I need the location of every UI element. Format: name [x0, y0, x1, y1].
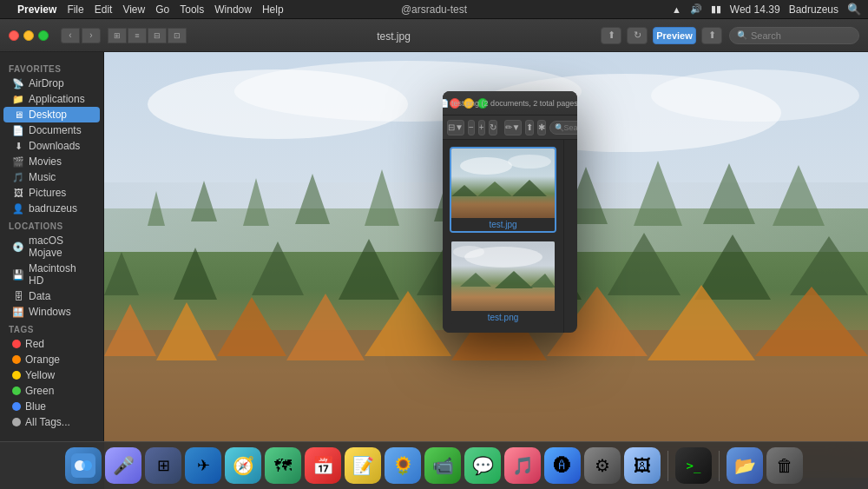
preview-button[interactable]: Preview	[653, 27, 696, 44]
sidebar-item-tag-blue[interactable]: Blue	[3, 399, 100, 414]
back-button[interactable]: ‹	[61, 28, 80, 43]
sidebar-item-movies[interactable]: 🎬 Movies	[3, 154, 100, 169]
forward-button[interactable]: ›	[82, 28, 101, 43]
dock-item-airmail[interactable]: ✈	[185, 447, 221, 484]
list-view-button[interactable]: ≡	[128, 28, 147, 43]
dock-item-photos[interactable]: 🌻	[385, 447, 421, 484]
view-mode-button[interactable]: ⊟▼	[447, 120, 464, 135]
search-icon[interactable]: 🔍	[847, 3, 861, 16]
dock-item-maps[interactable]: 🗺	[265, 447, 301, 484]
data-icon: 🗄	[12, 290, 24, 302]
tag-label: Yellow	[25, 369, 55, 381]
dock-item-folder[interactable]: 📂	[727, 447, 763, 484]
sidebar-item-windows[interactable]: 🪟 Windows	[3, 304, 100, 320]
sidebar-item-macos[interactable]: 💿 macOS Mojave	[3, 233, 100, 261]
dock-item-syspreferences[interactable]: ⚙	[584, 447, 621, 484]
locations-label: Locations	[0, 216, 103, 233]
file-menu[interactable]: File	[67, 3, 83, 16]
preview-thumb-2[interactable]: test.png	[450, 240, 556, 326]
sidebar-item-desktop[interactable]: 🖥 Desktop	[3, 107, 100, 122]
sidebar-item-label: Desktop	[29, 109, 67, 121]
sidebar-item-all-tags[interactable]: All Tags...	[3, 414, 100, 430]
dock-item-facetime[interactable]: 📹	[424, 447, 461, 484]
dock: 🎤 ⊞ ✈ 🧭 🗺 📅 📝 🌻 📹 💬 🎵 🅐 ⚙ 🖼 >_ 📂	[0, 441, 868, 489]
gallery-view-button[interactable]: ⊡	[168, 28, 187, 43]
dock-item-notes[interactable]: 📝	[345, 447, 381, 484]
finder-toolbar: ‹ › ⊞ ≡ ⊟ ⊡ test.jpg ⬆ ↻ Preview ⬆ 🔍 Sea…	[0, 19, 868, 52]
dock-item-itunes[interactable]: 🎵	[504, 447, 541, 484]
svg-point-38	[460, 157, 512, 175]
tag-blue-dot	[12, 402, 21, 411]
help-menu[interactable]: Help	[262, 3, 284, 16]
sidebar-item-label: Downloads	[29, 140, 80, 152]
share-toolbar-button[interactable]: ⬆	[525, 120, 534, 135]
sidebar-item-user[interactable]: 👤 badruzeus	[3, 201, 100, 216]
sidebar-item-downloads[interactable]: ⬇ Downloads	[3, 138, 100, 154]
annotate-button[interactable]: ✏▼	[504, 120, 522, 135]
zoom-out-button[interactable]: −	[468, 120, 475, 135]
dock-item-trash[interactable]: 🗑	[766, 447, 803, 484]
sidebar-item-tag-yellow[interactable]: Yellow	[3, 367, 100, 383]
tag-all-dot	[12, 418, 21, 426]
window-menu[interactable]: Window	[214, 3, 252, 16]
sidebar-item-data[interactable]: 🗄 Data	[3, 288, 100, 304]
preview-search-bar[interactable]: 🔍 Search	[549, 121, 578, 135]
wifi-icon[interactable]: ▲	[672, 4, 681, 15]
column-view-button[interactable]: ⊟	[148, 28, 167, 43]
preview-window: 📄 test.png (2 documents, 2 total pages) …	[443, 91, 577, 333]
close-button[interactable]	[9, 30, 19, 41]
sidebar-item-music[interactable]: 🎵 Music	[3, 169, 100, 185]
go-menu[interactable]: Go	[155, 3, 169, 16]
dock-item-appstore[interactable]: 🅐	[544, 447, 581, 484]
share-button[interactable]: ⬆	[601, 27, 621, 44]
sidebar-item-applications[interactable]: 📁 Applications	[3, 91, 100, 107]
dock-item-terminal[interactable]: >_	[675, 447, 712, 484]
finder-body: Favorites 📡 AirDrop 📁 Applications 🖥 Des…	[0, 52, 868, 489]
battery-icon[interactable]: ▮▮	[711, 3, 721, 15]
airmail-icon: ✈	[197, 456, 210, 475]
siri-icon: 🎤	[113, 455, 135, 476]
dock-item-launchpad[interactable]: ⊞	[145, 447, 181, 484]
tools-menu[interactable]: Tools	[180, 3, 204, 16]
sidebar-item-airdrop[interactable]: 📡 AirDrop	[3, 76, 100, 91]
view-menu[interactable]: View	[122, 3, 145, 16]
zoom-in-button[interactable]: +	[478, 120, 485, 135]
finder-window: ‹ › ⊞ ≡ ⊟ ⊡ test.jpg ⬆ ↻ Preview ⬆ 🔍 Sea…	[0, 19, 868, 489]
itunes-icon: 🎵	[512, 455, 534, 476]
icon-view-button[interactable]: ⊞	[108, 28, 127, 43]
edit-menu[interactable]: Edit	[95, 3, 113, 16]
rotate-toolbar-button[interactable]: ↻	[489, 120, 497, 135]
airdrop-icon: 📡	[12, 77, 24, 89]
sidebar-item-tag-green[interactable]: Green	[3, 383, 100, 399]
sidebar-item-macintosh-hd[interactable]: 💾 Macintosh HD	[3, 261, 100, 288]
tag-label: Red	[25, 338, 44, 350]
sidebar-item-label: Movies	[29, 155, 62, 168]
dock-item-siri[interactable]: 🎤	[105, 447, 141, 484]
maximize-button[interactable]	[38, 30, 49, 41]
app-name[interactable]: Preview	[17, 3, 56, 16]
dock-item-preview[interactable]: 🖼	[624, 447, 661, 484]
volume-icon[interactable]: 🔊	[690, 3, 702, 15]
markup-button[interactable]: ✱	[537, 120, 546, 135]
folder-icon: 📂	[734, 455, 756, 476]
dock-item-finder[interactable]	[65, 447, 102, 484]
sidebar-item-documents[interactable]: 📄 Documents	[3, 122, 100, 138]
menubar-username[interactable]: Badruzeus	[789, 3, 838, 16]
sidebar-item-tag-orange[interactable]: Orange	[3, 352, 100, 367]
sidebar-item-pictures[interactable]: 🖼 Pictures	[3, 185, 100, 201]
dock-item-messages[interactable]: 💬	[464, 447, 501, 484]
action-button[interactable]: ⬆	[701, 27, 722, 44]
finder-search-bar[interactable]: 🔍 Search	[729, 27, 859, 44]
preview-thumb-1[interactable]: test.jpg	[450, 147, 556, 233]
sidebar-item-label: Music	[29, 171, 56, 183]
view-buttons: ⊞ ≡ ⊟ ⊡	[108, 28, 187, 43]
notes-icon: 📝	[352, 455, 374, 476]
minimize-button[interactable]	[23, 30, 34, 41]
dock-item-safari[interactable]: 🧭	[225, 447, 261, 484]
svg-point-45	[453, 246, 484, 258]
rotate-button[interactable]: ↻	[627, 27, 648, 44]
dock-item-calendar[interactable]: 📅	[305, 447, 341, 484]
sidebar-item-tag-red[interactable]: Red	[3, 336, 100, 352]
safari-icon: 🧭	[233, 455, 254, 476]
tag-label: Blue	[25, 400, 46, 413]
